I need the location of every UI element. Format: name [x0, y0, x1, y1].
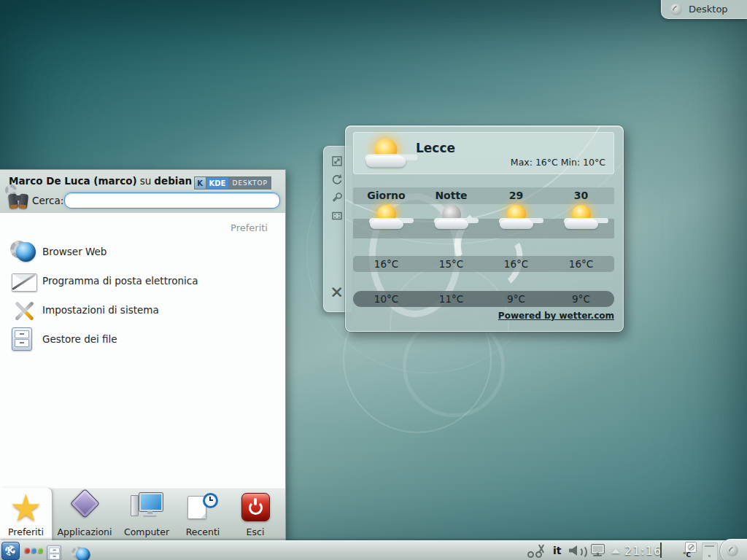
- favorite-label: Impostazioni di sistema: [42, 304, 159, 316]
- launcher-user-title: Marco De Luca (marco)sudebian: [9, 175, 195, 187]
- kde-desktop-badge: K KDE DESKTOP: [194, 176, 271, 190]
- favorite-item-filemanager[interactable]: Gestore dei file: [0, 325, 279, 354]
- launcher-favorites-view: Preferiti Browser Web Programma di posta…: [0, 213, 285, 488]
- tab-applicazioni[interactable]: Applicazioni: [55, 489, 114, 541]
- globe-gear-icon: [12, 240, 38, 265]
- desktop-toolbox-label: Desktop: [689, 4, 728, 15]
- forecast-icons-row: [353, 203, 614, 237]
- host-name: debian: [154, 175, 192, 187]
- wetter-credit-link[interactable]: Powered by wetter.com: [498, 311, 614, 321]
- sun-cloud-icon: [362, 137, 410, 175]
- terminal-icon[interactable]: >_: [660, 542, 662, 558]
- moon-cloud-icon: [431, 203, 472, 236]
- maximize-icon[interactable]: [331, 210, 343, 222]
- favorite-label: Programma di posta elettronica: [42, 275, 198, 287]
- document-clock-icon: [186, 493, 220, 524]
- day-temp: 15°C: [419, 256, 484, 272]
- user-name: Marco De Luca (marco): [9, 175, 137, 187]
- kde-diamond-icon: [68, 493, 101, 524]
- kde-logo-icon: K: [195, 177, 206, 189]
- configure-wrench-icon[interactable]: [331, 192, 343, 203]
- file-cabinet-icon: [12, 327, 38, 352]
- tab-label: Preferiti: [0, 526, 52, 537]
- pager-dot-green[interactable]: [37, 548, 43, 553]
- star-icon: ★: [9, 493, 43, 524]
- col-header: 30: [549, 187, 614, 204]
- favorite-item-mail[interactable]: Programma di posta elettronica: [0, 267, 279, 296]
- crossed-tools-icon: [12, 298, 38, 323]
- night-temp: 11°C: [419, 291, 484, 307]
- night-temp: 10°C: [354, 291, 419, 307]
- tab-label: Esci: [228, 526, 283, 537]
- night-temp: 9°C: [484, 291, 549, 307]
- launcher-header: Marco De Luca (marco)sudebian K KDE DESK…: [0, 170, 285, 213]
- favorite-item-browser[interactable]: Browser Web: [0, 238, 279, 267]
- kmenu-button[interactable]: K: [1, 542, 20, 560]
- cashew-icon: [670, 4, 682, 15]
- sun-cloud-icon: [561, 203, 602, 236]
- weather-header: Lecce Max: 16°C Min: 10°C: [353, 132, 614, 174]
- col-header: 29: [484, 187, 549, 204]
- search-label: Cerca:: [32, 195, 63, 206]
- kickoff-launcher: Marco De Luca (marco)sudebian K KDE DESK…: [0, 169, 286, 540]
- power-icon: [239, 493, 272, 524]
- day-temp: 16°C: [549, 256, 614, 272]
- pager-dot-blue[interactable]: [31, 548, 36, 553]
- desktop-toolbox[interactable]: Desktop: [661, 0, 747, 19]
- col-header: Giorno: [354, 187, 419, 204]
- day-temp: 16°C: [484, 256, 549, 272]
- keyboard-layout-indicator[interactable]: it: [553, 545, 562, 556]
- rotate-icon[interactable]: [331, 174, 343, 185]
- filemanager-launcher-icon[interactable]: [44, 542, 63, 560]
- tab-preferiti[interactable]: ★ Preferiti: [0, 489, 52, 541]
- col-header: Notte: [419, 187, 484, 204]
- tab-label: Computer: [117, 526, 177, 537]
- day-temp: 16°C: [354, 256, 419, 272]
- night-temp: 9°C: [549, 291, 614, 307]
- weather-city: Lecce: [416, 141, 455, 155]
- launcher-tab-bar: ★ Preferiti Applicazioni Computer Recent…: [0, 488, 285, 541]
- pager-dot-red[interactable]: [24, 548, 30, 553]
- badge-kde-label: KDE: [206, 177, 230, 189]
- panel-mini-widget[interactable]: [702, 542, 718, 560]
- tab-esci[interactable]: Esci: [228, 489, 283, 541]
- cashew-icon: [727, 545, 738, 556]
- weather-max-min: Max: 16°C Min: 10°C: [511, 157, 605, 168]
- tab-label: Recenti: [179, 526, 226, 537]
- night-temperatures-row: 10°C11°C9°C9°C: [353, 291, 614, 307]
- search-input[interactable]: [64, 192, 280, 209]
- desktop: Desktop × Lecce: [0, 0, 747, 560]
- panel-toolbox-cashew[interactable]: [719, 539, 747, 560]
- favorite-item-systemsettings[interactable]: Impostazioni di sistema: [0, 296, 279, 325]
- mail-pen-icon: [12, 269, 38, 294]
- close-icon[interactable]: ×: [330, 284, 344, 300]
- user-connector: su: [140, 175, 152, 187]
- tab-label: Applicazioni: [55, 526, 114, 537]
- forecast-column-headers: GiornoNotte2930: [353, 187, 614, 204]
- weather-widget: Lecce Max: 16°C Min: 10°C GiornoNotte293…: [345, 125, 624, 332]
- favorite-label: Browser Web: [42, 246, 107, 257]
- tray-expander-icon[interactable]: [611, 548, 620, 553]
- sun-cloud-icon: [496, 203, 537, 236]
- sun-cloud-icon: [366, 203, 407, 236]
- day-temperatures-row: 16°C15°C16°C16°C: [353, 256, 614, 272]
- tab-recenti[interactable]: Recenti: [179, 489, 226, 541]
- tab-computer[interactable]: Computer: [117, 489, 177, 541]
- badge-desktop-label: DESKTOP: [229, 177, 271, 189]
- computer-icon: [130, 493, 163, 524]
- browser-launcher-icon[interactable]: [69, 542, 87, 560]
- bottom-panel: K it 21:16 >_ °C: [0, 540, 747, 560]
- digital-clock[interactable]: 21:16: [624, 544, 662, 558]
- favorite-label: Gestore dei file: [42, 333, 117, 345]
- section-header: Preferiti: [231, 222, 268, 233]
- resize-icon[interactable]: [331, 155, 343, 167]
